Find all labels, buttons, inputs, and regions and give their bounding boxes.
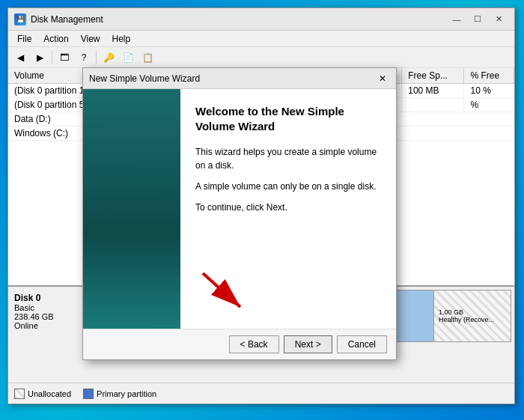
legend-primary: Primary partition xyxy=(83,389,156,399)
disk-name: Disk 0 xyxy=(14,293,83,303)
menu-file[interactable]: File xyxy=(11,32,37,46)
disk-type: Basic xyxy=(14,303,83,312)
disk-size: 238.46 GB xyxy=(14,312,83,321)
back-button[interactable]: ◀ xyxy=(11,49,29,66)
wizard-body: Welcome to the New Simple Volume Wizard … xyxy=(83,89,396,329)
menu-action[interactable]: Action xyxy=(37,32,74,46)
title-bar: 💾 Disk Management — ☐ ✕ xyxy=(8,8,514,31)
menu-help[interactable]: Help xyxy=(106,32,137,46)
wizard-para-2: A simple volume can only be on a single … xyxy=(195,180,381,193)
maximize-button[interactable]: ☐ xyxy=(468,12,487,27)
wizard-title-bar: New Simple Volume Wizard ✕ xyxy=(83,68,396,89)
cancel-button[interactable]: Cancel xyxy=(337,335,387,353)
close-button[interactable]: ✕ xyxy=(489,12,508,27)
toolbar-separator-1 xyxy=(52,51,52,64)
disk-label-0: Disk 0 Basic 238.46 GB Online xyxy=(11,290,86,342)
wizard-para-1: This wizard helps you create a simple vo… xyxy=(195,145,381,172)
status-bar: Unallocated Primary partition xyxy=(8,383,514,404)
wizard-para-3: To continue, click Next. xyxy=(195,201,381,214)
app-icon: 💾 xyxy=(14,13,26,25)
disk-status: Online xyxy=(14,321,83,330)
wizard-close-button[interactable]: ✕ xyxy=(375,71,390,86)
col-pcfree: % Free xyxy=(464,68,514,84)
wizard-heading: Welcome to the New Simple Volume Wizard xyxy=(195,104,381,133)
partition-3[interactable]: 1.00 GB Healthy (Recove... xyxy=(434,290,511,341)
legend-unallocated-box xyxy=(14,389,25,399)
back-button[interactable]: < Back xyxy=(229,335,279,353)
wizard-title: New Simple Volume Wizard xyxy=(89,73,375,84)
toolbar-btn-3[interactable]: 🗔 xyxy=(55,49,73,66)
wizard-content: Welcome to the New Simple Volume Wizard … xyxy=(180,89,396,329)
toolbar-btn-6[interactable]: 📄 xyxy=(119,49,137,66)
cell-pcfree: % xyxy=(464,98,514,112)
menu-view[interactable]: View xyxy=(75,32,106,46)
wizard-footer: < Back Next > Cancel xyxy=(83,329,396,359)
toolbar-btn-5[interactable]: 🔑 xyxy=(100,49,118,66)
toolbar-btn-7[interactable]: 📋 xyxy=(138,49,156,66)
window-title: Disk Management xyxy=(31,14,447,25)
forward-button[interactable]: ▶ xyxy=(31,49,49,66)
col-freesp: Free Sp... xyxy=(402,68,464,84)
window-controls: — ☐ ✕ xyxy=(447,12,508,27)
next-button[interactable]: Next > xyxy=(284,335,332,353)
toolbar: ◀ ▶ 🗔 ? 🔑 📄 📋 xyxy=(8,47,514,68)
cell-pcfree: 10 % xyxy=(464,84,514,98)
cell-freesp xyxy=(402,98,464,112)
menu-bar: File Action View Help xyxy=(8,31,514,47)
wizard-dialog: New Simple Volume Wizard ✕ Welcome to th… xyxy=(82,67,397,360)
legend-primary-label: Primary partition xyxy=(97,389,156,398)
minimize-button[interactable]: — xyxy=(447,12,466,27)
wizard-sidebar-image xyxy=(83,89,180,329)
toolbar-btn-4[interactable]: ? xyxy=(75,49,93,66)
cell-freesp: 100 MB xyxy=(402,84,464,98)
legend-primary-box xyxy=(83,389,94,399)
toolbar-separator-2 xyxy=(96,51,97,64)
legend-unallocated-label: Unallocated xyxy=(28,389,71,398)
legend-unallocated: Unallocated xyxy=(14,389,71,399)
